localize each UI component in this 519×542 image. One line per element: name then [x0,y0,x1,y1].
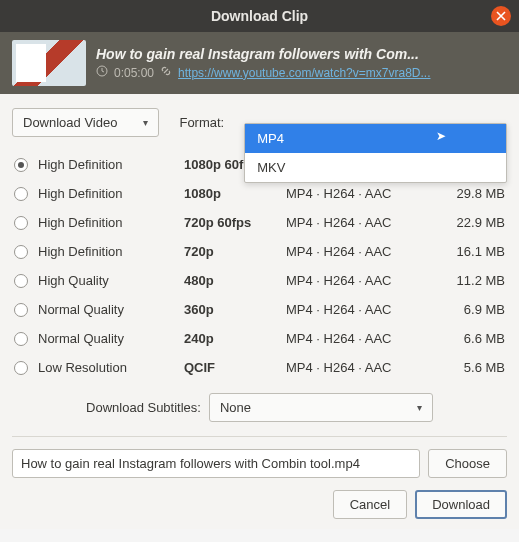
radio-button[interactable] [14,274,28,288]
subtitle-row: Download Subtitles: None ▾ [12,393,507,422]
chevron-down-icon: ▾ [417,402,422,413]
format-codec: MP4 · H264 · AAC [286,244,439,259]
format-size: 6.6 MB [439,331,505,346]
format-quality: High Definition [38,215,184,230]
window-title: Download Clip [8,8,511,24]
download-mode-label: Download Video [23,115,117,130]
clock-icon [96,65,108,80]
format-resolution: 720p 60fps [184,215,286,230]
clip-meta: 0:05:00 https://www.youtube.com/watch?v=… [96,65,507,80]
filename-input[interactable] [12,449,420,478]
format-resolution: 240p [184,331,286,346]
close-icon [496,11,506,21]
dialog-actions: Cancel Download [12,490,507,519]
subtitle-select[interactable]: None ▾ [209,393,433,422]
radio-button[interactable] [14,245,28,259]
format-quality: High Definition [38,244,184,259]
top-controls: Download Video ▾ Format: MP4 ➤ MKV [12,108,507,137]
format-codec: MP4 · H264 · AAC [286,331,439,346]
format-row[interactable]: Normal Quality360pMP4 · H264 · AAC6.9 MB [12,296,507,323]
format-size: 22.9 MB [439,215,505,230]
titlebar: Download Clip [0,0,519,32]
format-size: 6.9 MB [439,302,505,317]
cursor-icon: ➤ [436,129,446,143]
format-row[interactable]: Low ResolutionQCIFMP4 · H264 · AAC5.6 MB [12,354,507,381]
divider [12,436,507,437]
filename-row: Choose [12,449,507,478]
radio-button[interactable] [14,332,28,346]
clip-info: How to gain real Instagram followers wit… [96,40,507,86]
subtitle-value: None [220,400,251,415]
format-resolution: 480p [184,273,286,288]
format-codec: MP4 · H264 · AAC [286,273,439,288]
format-codec: MP4 · H264 · AAC [286,215,439,230]
format-quality: High Quality [38,273,184,288]
format-quality: Normal Quality [38,302,184,317]
chevron-down-icon: ▾ [143,117,148,128]
format-codec: MP4 · H264 · AAC [286,302,439,317]
format-row[interactable]: High Definition720p 60fpsMP4 · H264 · AA… [12,209,507,236]
dialog-content: Download Video ▾ Format: MP4 ➤ MKV High … [0,94,519,529]
cancel-button[interactable]: Cancel [333,490,407,519]
format-resolution: 720p [184,244,286,259]
format-row[interactable]: High Quality480pMP4 · H264 · AAC11.2 MB [12,267,507,294]
clip-url-link[interactable]: https://www.youtube.com/watch?v=mx7vra8D… [178,66,430,80]
close-button[interactable] [491,6,511,26]
format-option-mkv[interactable]: MKV [245,153,506,182]
subtitle-label: Download Subtitles: [86,400,201,415]
format-quality: High Definition [38,186,184,201]
format-label: Format: [179,115,224,130]
format-dropdown: MP4 ➤ MKV [244,123,507,183]
format-size: 5.6 MB [439,360,505,375]
video-thumbnail [12,40,86,86]
radio-button[interactable] [14,303,28,317]
format-quality: High Definition [38,157,184,172]
clip-duration: 0:05:00 [114,66,154,80]
format-codec: MP4 · H264 · AAC [286,360,439,375]
format-quality: Normal Quality [38,331,184,346]
format-resolution: 1080p [184,186,286,201]
download-mode-select[interactable]: Download Video ▾ [12,108,159,137]
clip-title: How to gain real Instagram followers wit… [96,46,507,62]
format-resolution: 360p [184,302,286,317]
choose-button[interactable]: Choose [428,449,507,478]
radio-button[interactable] [14,187,28,201]
radio-button[interactable] [14,216,28,230]
format-row[interactable]: High Definition720pMP4 · H264 · AAC16.1 … [12,238,507,265]
download-button[interactable]: Download [415,490,507,519]
format-size: 11.2 MB [439,273,505,288]
format-codec: MP4 · H264 · AAC [286,186,439,201]
format-size: 29.8 MB [439,186,505,201]
format-row[interactable]: High Definition1080pMP4 · H264 · AAC29.8… [12,180,507,207]
format-row[interactable]: Normal Quality240pMP4 · H264 · AAC6.6 MB [12,325,507,352]
radio-button[interactable] [14,361,28,375]
radio-button[interactable] [14,158,28,172]
clip-header: How to gain real Instagram followers wit… [0,32,519,94]
format-resolution: QCIF [184,360,286,375]
format-list: High Definition1080p 60fpsMP4 · H264 · A… [12,151,507,381]
format-option-mp4[interactable]: MP4 ➤ [245,124,506,153]
format-quality: Low Resolution [38,360,184,375]
format-size: 16.1 MB [439,244,505,259]
link-icon [160,65,172,80]
